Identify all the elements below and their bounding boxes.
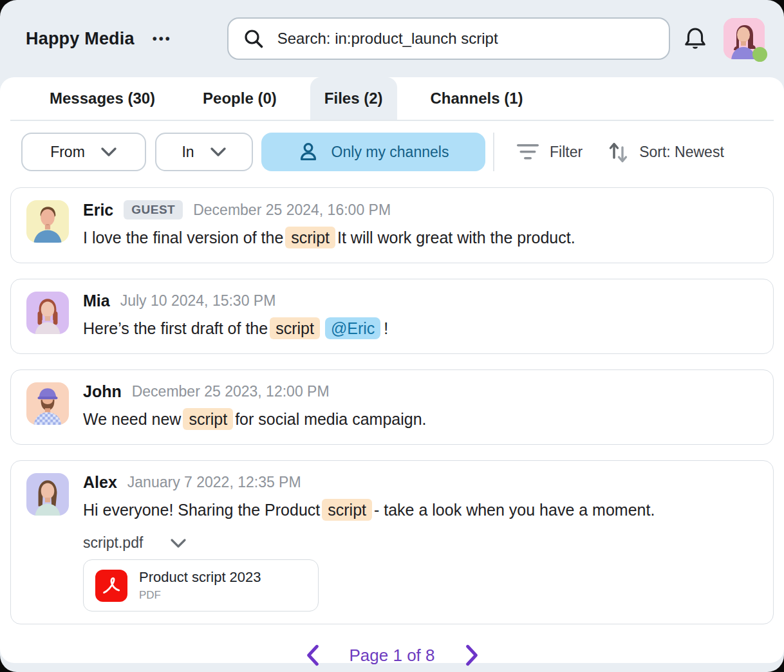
message-card-eric[interactable]: Eric GUEST December 25 2024, 16:00 PM I …	[10, 187, 774, 263]
tab-channels[interactable]: Channels (1)	[416, 77, 537, 120]
tabs-divider	[10, 120, 774, 121]
workspace-name: Happy Media	[26, 29, 135, 49]
file-title: Product script 2023	[139, 569, 261, 586]
filter-lines-icon	[516, 142, 539, 162]
person-icon	[298, 142, 319, 162]
filterbar-divider	[493, 133, 494, 171]
message-card-mia[interactable]: Mia July 10 2024, 15:30 PM Here’s the fi…	[10, 279, 774, 354]
only-my-channels-label: Only my channels	[331, 144, 449, 161]
in-dropdown-label: In	[182, 144, 194, 161]
user-avatar[interactable]	[723, 18, 765, 59]
text-part: !	[384, 319, 388, 337]
sender-name: Eric	[83, 201, 113, 219]
mention-chip[interactable]: @Eric	[325, 317, 380, 339]
tab-messages[interactable]: Messages (30)	[35, 77, 169, 120]
tab-people[interactable]: People (0)	[189, 77, 291, 120]
top-bar: Happy Media •••	[0, 0, 784, 77]
text-part: - take a look when you have a moment.	[374, 501, 655, 519]
more-menu-icon[interactable]: •••	[153, 32, 172, 46]
online-status-dot	[752, 47, 767, 62]
alex-avatar	[26, 473, 69, 516]
tab-files[interactable]: Files (2)	[310, 77, 397, 120]
message-text: Hi everyone! Sharing the Productscript- …	[83, 497, 758, 523]
filter-bar: From In Only my channels	[21, 133, 774, 171]
sort-label: Sort: Newest	[639, 144, 724, 161]
bell-icon	[684, 26, 707, 51]
text-part: It will work great with the product.	[337, 229, 575, 247]
in-dropdown[interactable]: In	[155, 133, 253, 171]
chevron-down-icon	[100, 147, 117, 157]
from-dropdown[interactable]: From	[21, 133, 146, 171]
message-timestamp: January 7 2022, 12:35 PM	[127, 474, 301, 491]
text-part: for social media campaign.	[235, 410, 426, 428]
chevron-down-icon	[210, 147, 227, 157]
search-icon	[243, 28, 265, 50]
sort-button[interactable]: Sort: Newest	[607, 140, 724, 164]
chevron-left-icon	[303, 644, 322, 667]
john-avatar	[26, 382, 69, 425]
message-timestamp: December 25 2023, 12:00 PM	[132, 383, 330, 400]
results-list: Eric GUEST December 25 2024, 16:00 PM I …	[0, 187, 784, 624]
keyword-highlight: script	[322, 499, 372, 521]
file-attachment-card[interactable]: Product script 2023 PDF	[83, 559, 319, 611]
text-part: Hi everyone! Sharing the Product	[83, 501, 320, 519]
pagination: Page 1 of 8	[0, 644, 784, 667]
text-part: Here’s the first draft of the	[83, 319, 268, 337]
sender-name: John	[83, 382, 122, 401]
message-card-alex[interactable]: Alex January 7 2022, 12:35 PM Hi everyon…	[10, 460, 774, 624]
search-box[interactable]	[227, 17, 670, 60]
keyword-highlight: script	[285, 227, 335, 248]
message-timestamp: December 25 2024, 16:00 PM	[193, 201, 391, 219]
keyword-highlight: script	[183, 408, 233, 430]
message-text: Here’s the first draft of thescript@Eric…	[83, 315, 758, 341]
only-my-channels-toggle[interactable]: Only my channels	[261, 133, 485, 171]
attachment-toggle[interactable]: script.pdf	[83, 534, 758, 552]
keyword-highlight: script	[270, 317, 320, 339]
sender-name: Mia	[83, 292, 110, 310]
app-window: Happy Media •••	[0, 0, 784, 672]
notifications-button[interactable]	[684, 26, 707, 51]
chevron-right-icon	[462, 644, 481, 667]
text-part: We need new	[83, 410, 181, 428]
attachment-filename: script.pdf	[83, 534, 143, 552]
sort-arrows-icon	[607, 140, 629, 164]
result-tabs: Messages (30) People (0) Files (2) Chann…	[0, 77, 784, 120]
message-card-john[interactable]: John December 25 2023, 12:00 PM We need …	[10, 369, 774, 445]
sender-name: Alex	[83, 473, 117, 492]
filter-label: Filter	[550, 144, 583, 161]
next-page-button[interactable]	[462, 644, 481, 667]
chevron-down-icon	[170, 538, 187, 548]
previous-page-button[interactable]	[303, 644, 322, 667]
text-part: I love the final version of the	[83, 229, 283, 247]
message-text: I love the final version of thescriptIt …	[83, 225, 758, 250]
search-input[interactable]	[276, 29, 655, 48]
message-text: We need newscriptfor social media campai…	[83, 406, 758, 432]
pdf-icon	[95, 570, 127, 602]
page-indicator: Page 1 of 8	[350, 646, 435, 666]
from-dropdown-label: From	[50, 144, 85, 161]
guest-badge: GUEST	[124, 200, 183, 219]
eric-avatar	[26, 200, 69, 243]
message-timestamp: July 10 2024, 15:30 PM	[120, 292, 276, 310]
file-type: PDF	[139, 589, 261, 602]
filter-button[interactable]: Filter	[516, 142, 583, 162]
mia-avatar	[26, 292, 69, 334]
search-results-panel: Messages (30) People (0) Files (2) Chann…	[0, 77, 784, 663]
